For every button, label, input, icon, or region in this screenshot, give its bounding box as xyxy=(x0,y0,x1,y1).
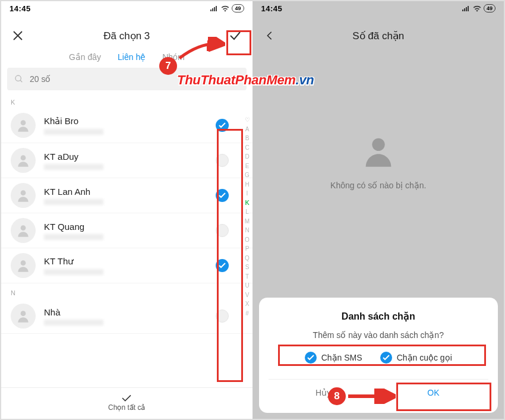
option-label: Chặn SMS xyxy=(321,353,362,362)
ok-button[interactable]: OK xyxy=(378,380,488,406)
search-bar[interactable] xyxy=(7,68,247,90)
block-confirmation-sheet: Danh sách chặn Thêm số này vào danh sách… xyxy=(259,298,498,413)
cancel-button[interactable]: Hủy xyxy=(269,380,378,406)
status-indicators: 49 xyxy=(210,4,244,12)
select-all-button[interactable]: Chọn tất cả xyxy=(1,387,252,415)
selection-checkbox[interactable] xyxy=(216,154,229,167)
alpha-index-letter[interactable]: # xyxy=(245,310,249,317)
avatar xyxy=(11,183,36,208)
close-button[interactable] xyxy=(10,27,26,44)
battery-indicator: 49 xyxy=(232,4,244,12)
sheet-title: Danh sách chặn xyxy=(269,311,489,322)
avatar xyxy=(11,113,36,138)
selection-checkbox[interactable] xyxy=(216,310,229,323)
contact-subtitle-blurred xyxy=(44,199,103,205)
alpha-index-letter[interactable]: G xyxy=(245,172,250,178)
svg-rect-0 xyxy=(210,10,212,11)
sheet-message: Thêm số này vào danh sách chặn? xyxy=(269,322,489,352)
contact-subtitle-blurred xyxy=(44,269,103,275)
alpha-index-letter[interactable]: A xyxy=(245,126,250,132)
alpha-index-letter[interactable]: I xyxy=(247,190,248,197)
alpha-index-letter[interactable]: Q xyxy=(245,255,250,261)
tab-groups[interactable]: Nhóm xyxy=(162,52,184,62)
alpha-index-letter[interactable]: B xyxy=(245,135,250,141)
avatar xyxy=(11,218,36,243)
contact-row[interactable]: Nhà xyxy=(1,299,252,334)
alpha-index-letter[interactable]: ♡ xyxy=(245,116,250,123)
contact-subtitle-blurred xyxy=(44,164,103,170)
signal-icon xyxy=(210,5,219,11)
contact-row[interactable]: KT Lan Anh xyxy=(1,178,252,213)
checkmark-icon xyxy=(228,29,242,43)
alpha-index-letter[interactable]: C xyxy=(245,144,249,151)
contact-info: Nhà xyxy=(44,307,207,326)
contact-row[interactable]: Khải Bro xyxy=(1,108,252,143)
contact-name: KT aDuy xyxy=(44,151,207,164)
section-letter: K xyxy=(1,93,252,108)
alpha-index-letter[interactable]: V xyxy=(245,292,250,298)
svg-point-10 xyxy=(21,311,26,316)
select-all-label: Chọn tất cả xyxy=(108,403,145,412)
svg-point-7 xyxy=(21,190,26,195)
option-block-call[interactable]: Chặn cuộc gọi xyxy=(380,352,452,364)
alpha-index-letter[interactable]: T xyxy=(245,273,249,280)
checkbox-checked-icon xyxy=(305,352,317,364)
selection-checkbox[interactable] xyxy=(216,119,229,132)
svg-point-9 xyxy=(21,260,26,266)
contact-row[interactable]: KT Quang xyxy=(1,213,252,248)
alpha-index[interactable]: ♡ABCDEGHIKLMNOPQSTUVX# xyxy=(245,116,250,317)
contact-name: KT Thư xyxy=(44,256,207,269)
search-icon xyxy=(14,74,24,84)
search-input[interactable] xyxy=(30,74,239,84)
contact-row[interactable]: KT aDuy xyxy=(1,143,252,178)
svg-point-4 xyxy=(15,75,21,81)
contact-name: Nhà xyxy=(44,307,207,320)
selection-checkbox[interactable] xyxy=(216,224,229,237)
contact-subtitle-blurred xyxy=(44,234,103,240)
sheet-options: Chặn SMS Chặn cuộc gọi xyxy=(269,352,489,379)
alpha-index-letter[interactable]: E xyxy=(245,163,250,169)
alpha-index-letter[interactable]: H xyxy=(245,181,249,188)
alpha-index-letter[interactable]: N xyxy=(245,227,249,233)
confirm-button[interactable] xyxy=(227,27,244,44)
contact-list: K Khải Bro KT aDuy xyxy=(1,93,252,334)
left-header: Đã chọn 3 xyxy=(1,15,252,49)
avatar xyxy=(11,304,36,329)
option-block-sms[interactable]: Chặn SMS xyxy=(305,352,362,364)
svg-point-8 xyxy=(21,225,26,230)
contact-subtitle-blurred xyxy=(44,129,103,135)
contact-subtitle-blurred xyxy=(44,320,103,326)
alpha-index-letter[interactable]: M xyxy=(245,218,250,225)
checkbox-checked-icon xyxy=(380,352,392,364)
tab-recent[interactable]: Gần đây xyxy=(69,52,101,62)
status-bar: 14:45 49 xyxy=(1,1,252,15)
contact-info: Khải Bro xyxy=(44,116,207,135)
svg-rect-1 xyxy=(212,8,213,11)
section-letter: N xyxy=(1,283,252,299)
svg-rect-2 xyxy=(214,7,215,11)
contact-info: KT aDuy xyxy=(44,151,207,170)
wifi-icon xyxy=(221,5,229,12)
alpha-index-letter[interactable]: U xyxy=(245,282,249,289)
close-icon xyxy=(12,30,24,42)
selection-checkbox[interactable] xyxy=(216,259,229,272)
alpha-index-letter[interactable]: O xyxy=(245,236,250,243)
blocked-numbers-screen: 14:45 49 Số đã chặn Không có số nào bị c… xyxy=(253,1,504,419)
alpha-index-letter[interactable]: K xyxy=(245,200,249,206)
page-title: Đã chọn 3 xyxy=(103,30,150,42)
alpha-index-letter[interactable]: D xyxy=(245,153,249,160)
alpha-index-letter[interactable]: L xyxy=(245,209,249,215)
alpha-index-letter[interactable]: X xyxy=(245,301,250,307)
contact-name: KT Quang xyxy=(44,222,207,234)
svg-rect-3 xyxy=(216,6,217,11)
contact-info: KT Lan Anh xyxy=(44,187,207,205)
alpha-index-letter[interactable]: P xyxy=(245,245,250,252)
contact-name: KT Lan Anh xyxy=(44,187,207,199)
contact-row[interactable]: KT Thư xyxy=(1,248,252,283)
alpha-index-letter[interactable]: S xyxy=(245,264,250,270)
status-time: 14:45 xyxy=(10,4,31,13)
tab-contacts[interactable]: Liên hệ xyxy=(118,52,146,62)
selection-checkbox[interactable] xyxy=(216,189,229,202)
option-label: Chặn cuộc gọi xyxy=(397,353,452,362)
svg-point-5 xyxy=(21,120,26,125)
